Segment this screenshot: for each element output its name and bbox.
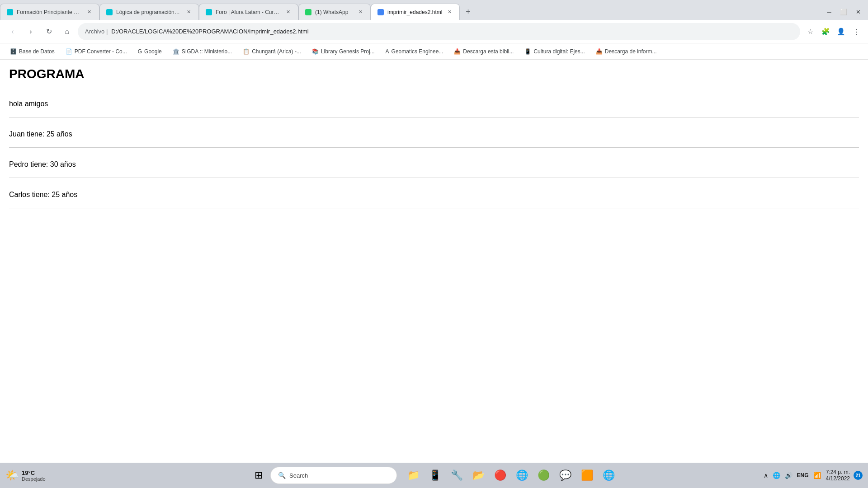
bookmark-icon-1: 🗄️ [10,48,17,55]
weather-info: 19°C Despejado [22,469,46,482]
taskbar-evernote[interactable]: 🟢 [533,465,553,485]
divider-3 [9,178,859,178]
url-protocol: Archivo | [85,28,108,35]
tab-label-5: imprimir_edades2.html [387,9,442,15]
clock-date: 4/12/2022 [826,475,850,482]
bookmark-icon-10: 📥 [596,48,603,55]
bookmark-icon-5: 📋 [243,48,250,55]
weather-icon: 🌤️ [5,469,19,482]
taskbar-dev-tools[interactable]: 🔧 [447,465,467,485]
extension-icon[interactable]: 🧩 [819,25,832,38]
reload-button[interactable]: ↻ [42,24,56,39]
bookmark-label-6: Library Genesis Proj... [321,48,375,55]
close-button[interactable]: ✕ [852,5,864,18]
new-tab-button[interactable]: + [462,5,474,18]
tab-imprimir[interactable]: imprimir_edades2.html ✕ [371,4,460,20]
weather-temp: 19°C [22,469,46,476]
tab-logica[interactable]: Lógica de programación: Primer... ✕ [99,4,199,20]
bookmark-pdf[interactable]: 📄 PDF Converter - Co... [61,47,132,56]
divider-1 [9,117,859,117]
bookmark-icon-8: 📥 [454,48,461,55]
bookmark-icon-9: 📱 [524,48,531,55]
bookmark-geomatics[interactable]: A Geomatics Enginee... [381,47,448,56]
bookmark-sigda[interactable]: 🏛️ SIGDA :: Ministerio... [168,47,236,56]
bookmark-label-3: Google [144,48,162,55]
bookmark-label-2: PDF Converter - Co... [75,48,127,55]
bookmark-base-datos[interactable]: 🗄️ Base de Datos [5,47,59,56]
tab-label-3: Foro | Alura Latam - Cursos onlin... [216,9,281,15]
tab-formacion[interactable]: Formación Principiante en Progr... ✕ [0,4,99,20]
taskbar-folder[interactable]: 📂 [468,465,488,485]
tab-label-2: Lógica de programación: Primer... [116,9,181,15]
tray-sound-icon[interactable]: 🔊 [783,471,794,480]
tab-favicon-4 [305,9,311,15]
bookmarks-bar: 🗄️ Base de Datos 📄 PDF Converter - Co...… [0,43,868,60]
bookmark-chungara[interactable]: 📋 Chungará (Arica) -... [238,47,306,56]
notification-badge[interactable]: 21 [854,471,863,480]
tab-close-5[interactable]: ✕ [446,9,453,16]
menu-icon[interactable]: ⋮ [850,25,863,38]
tray-network-icon[interactable]: 🌐 [771,471,782,480]
bookmark-icon-3: G [138,48,142,55]
system-tray: ∧ 🌐 🔊 ENG 📶 [762,471,822,480]
tab-close-3[interactable]: ✕ [284,9,292,16]
tray-wifi-icon[interactable]: 📶 [812,471,822,480]
tab-whatsapp[interactable]: (1) WhatsApp ✕ [298,4,371,20]
browser-window: Formación Principiante en Progr... ✕ Lóg… [0,0,868,488]
bookmark-icon-6: 📚 [312,48,319,55]
bookmark-label-10: Descarga de inform... [605,48,657,55]
tab-close-2[interactable]: ✕ [185,9,192,16]
tab-favicon-3 [206,9,212,15]
tab-label-1: Formación Principiante en Progr... [17,9,82,15]
bookmark-icon-2: 📄 [66,48,72,55]
taskbar-app-icons: 📁 📱 🔧 📂 🔴 🌐 🟢 💬 🟧 🌐 [403,465,618,485]
bookmark-cultura[interactable]: 📱 Cultura digital: Ejes... [520,47,589,56]
bookmark-label-4: SIGDA :: Ministerio... [182,48,232,55]
taskbar-pdf[interactable]: 🔴 [490,465,510,485]
restore-button[interactable]: ⬜ [837,5,850,18]
search-bar[interactable]: 🔍 Search [270,467,397,484]
tray-chevron-icon[interactable]: ∧ [762,471,769,480]
profile-icon[interactable]: 👤 [835,25,847,38]
content-text-1: hola amigos [9,96,859,112]
tab-close-4[interactable]: ✕ [357,9,364,16]
bookmark-star-icon[interactable]: ☆ [804,25,816,38]
content-item-4: Carlos tiene: 25 años [9,187,859,202]
tab-foro[interactable]: Foro | Alura Latam - Cursos onlin... ✕ [199,4,298,20]
taskbar-chat[interactable]: 💬 [555,465,575,485]
taskbar-left: 🌤️ 19°C Despejado [5,469,60,482]
tab-favicon-2 [106,9,113,15]
weather-widget[interactable]: 🌤️ 19°C Despejado [5,469,46,482]
taskbar-chrome-alt[interactable]: 🌐 [599,465,618,485]
taskbar-chrome[interactable]: 🌐 [512,465,532,485]
window-controls: ─ ⬜ ✕ [823,5,868,18]
bookmark-descarga2[interactable]: 📥 Descarga de inform... [591,47,661,56]
bookmark-library[interactable]: 📚 Library Genesis Proj... [307,47,379,56]
taskbar-teams[interactable]: 📱 [425,465,445,485]
address-actions: ☆ 🧩 👤 ⋮ [804,25,863,38]
content-text-2: Juan tiene: 25 años [9,127,859,142]
back-button[interactable]: ‹ [5,24,20,39]
content-item-1: hola amigos [9,96,859,112]
taskbar-file-explorer[interactable]: 📁 [403,465,423,485]
taskbar-center: ⊞ 🔍 Search 📁 📱 🔧 📂 🔴 🌐 🟢 💬 🟧 🌐 [250,465,618,485]
bookmark-descarga1[interactable]: 📥 Descarga esta bibli... [449,47,518,56]
url-bar[interactable]: Archivo | D:/ORACLE/LOGICA%20DE%20PROGRA… [78,23,800,40]
taskbar-sublime[interactable]: 🟧 [577,465,597,485]
content-text-4: Carlos tiene: 25 años [9,187,859,202]
forward-button[interactable]: › [24,24,38,39]
tab-close-1[interactable]: ✕ [85,9,93,16]
page-title: PROGRAMA [9,67,859,81]
start-button[interactable]: ⊞ [250,466,268,484]
clock[interactable]: 7:24 p. m. 4/12/2022 [826,469,850,482]
bookmark-google[interactable]: G Google [133,47,166,56]
minimize-button[interactable]: ─ [823,5,835,18]
home-button[interactable]: ⌂ [60,24,74,39]
divider-2 [9,147,859,148]
tab-label-4: (1) WhatsApp [315,9,353,15]
divider-4 [9,208,859,208]
search-icon: 🔍 [278,472,286,479]
taskbar: 🌤️ 19°C Despejado ⊞ 🔍 Search 📁 📱 🔧 📂 🔴 🌐 [0,463,868,488]
tray-language[interactable]: ENG [796,471,810,479]
clock-time: 7:24 p. m. [826,469,850,475]
